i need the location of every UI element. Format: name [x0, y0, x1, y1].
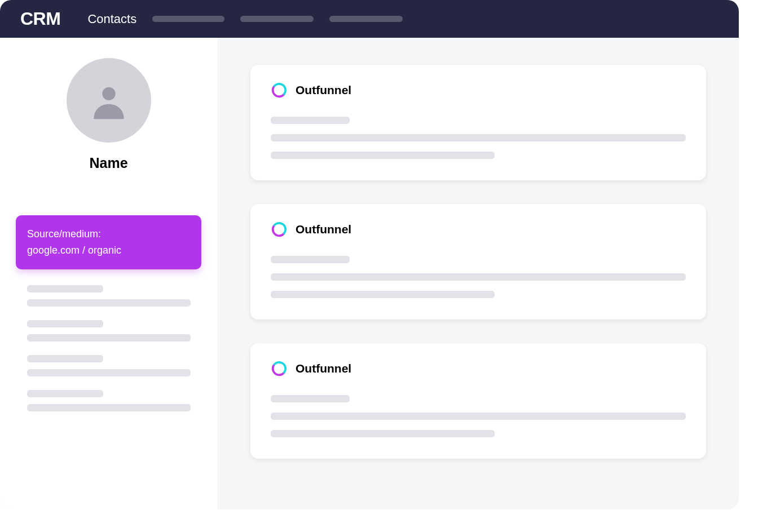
outfunnel-icon — [271, 221, 288, 238]
card-title: Outfunnel — [296, 223, 351, 236]
field-placeholder — [27, 334, 191, 342]
field-group — [16, 285, 201, 307]
app-container: CRM Contacts Name Source/medium: — [0, 0, 739, 509]
field-group — [16, 320, 201, 342]
activity-card[interactable]: Outfunnel — [250, 65, 706, 180]
field-placeholder — [27, 404, 191, 411]
avatar — [67, 58, 151, 143]
content-placeholder — [271, 291, 495, 298]
nav-placeholder[interactable] — [329, 16, 403, 22]
activity-card[interactable]: Outfunnel — [250, 204, 706, 320]
body-layout: Name Source/medium: google.com / organic — [0, 38, 739, 509]
card-header: Outfunnel — [271, 221, 686, 238]
content-placeholder — [271, 413, 686, 420]
profile-block: Name — [16, 58, 201, 171]
field-placeholder — [27, 320, 103, 327]
content-placeholder — [271, 152, 495, 159]
field-group — [16, 390, 201, 411]
nav-placeholder[interactable] — [240, 16, 314, 22]
content-placeholder — [271, 273, 686, 281]
topbar: CRM Contacts — [0, 0, 739, 38]
field-placeholder — [27, 299, 191, 307]
field-placeholder — [27, 355, 103, 362]
activity-card[interactable]: Outfunnel — [250, 343, 706, 459]
field-placeholder — [27, 285, 103, 292]
card-title: Outfunnel — [296, 362, 351, 375]
content-placeholder — [271, 395, 350, 402]
outfunnel-icon — [271, 360, 288, 377]
contact-sidebar: Name Source/medium: google.com / organic — [0, 38, 218, 509]
field-group — [16, 355, 201, 376]
main-content: Outfunnel Outfunnel — [218, 38, 739, 509]
content-placeholder — [271, 256, 350, 263]
source-medium-card[interactable]: Source/medium: google.com / organic — [16, 215, 201, 269]
card-title: Outfunnel — [296, 83, 351, 97]
svg-point-0 — [102, 87, 115, 100]
nav-contacts[interactable]: Contacts — [87, 12, 136, 26]
outfunnel-icon — [271, 82, 288, 99]
card-header: Outfunnel — [271, 360, 686, 377]
user-icon — [86, 78, 131, 123]
nav-placeholder[interactable] — [152, 16, 224, 22]
field-placeholder — [27, 369, 191, 376]
content-placeholder — [271, 430, 495, 437]
content-placeholder — [271, 134, 686, 141]
content-placeholder — [271, 117, 350, 124]
app-logo: CRM — [20, 8, 60, 29]
profile-name: Name — [89, 155, 127, 171]
card-header: Outfunnel — [271, 82, 686, 99]
source-label: Source/medium: — [27, 225, 190, 243]
nav-items: Contacts — [87, 12, 418, 26]
field-placeholder — [27, 390, 103, 397]
source-value: google.com / organic — [27, 243, 190, 258]
